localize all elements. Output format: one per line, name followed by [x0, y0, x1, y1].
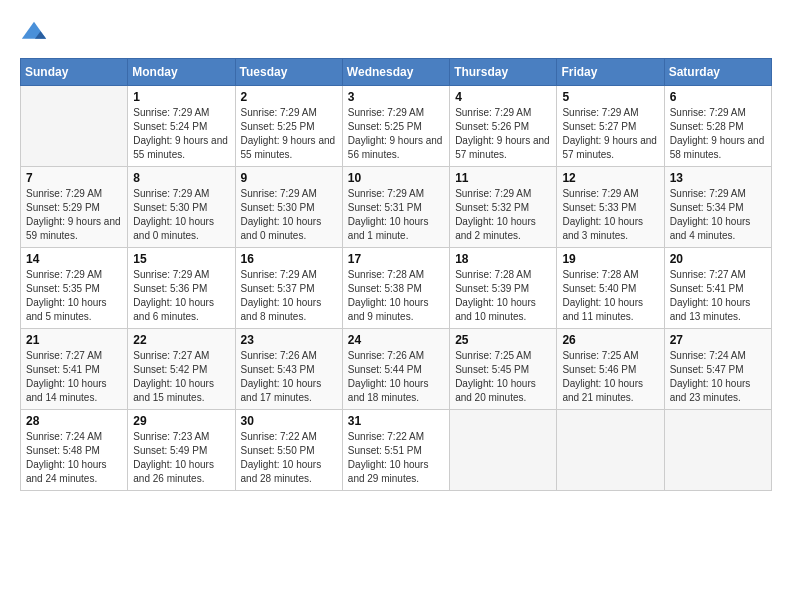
- sunrise-time: Sunrise: 7:24 AM: [670, 350, 746, 361]
- day-info: Sunrise: 7:29 AM Sunset: 5:32 PM Dayligh…: [455, 187, 551, 243]
- sunrise-time: Sunrise: 7:29 AM: [348, 188, 424, 199]
- daylight-hours: Daylight: 10 hours and 18 minutes.: [348, 378, 429, 403]
- day-number: 10: [348, 171, 444, 185]
- day-info: Sunrise: 7:29 AM Sunset: 5:24 PM Dayligh…: [133, 106, 229, 162]
- calendar-cell: [450, 410, 557, 491]
- sunset-time: Sunset: 5:27 PM: [562, 121, 636, 132]
- calendar-cell: 28 Sunrise: 7:24 AM Sunset: 5:48 PM Dayl…: [21, 410, 128, 491]
- sunset-time: Sunset: 5:42 PM: [133, 364, 207, 375]
- sunset-time: Sunset: 5:44 PM: [348, 364, 422, 375]
- sunset-time: Sunset: 5:30 PM: [133, 202, 207, 213]
- header-tuesday: Tuesday: [235, 59, 342, 86]
- day-info: Sunrise: 7:28 AM Sunset: 5:40 PM Dayligh…: [562, 268, 658, 324]
- sunset-time: Sunset: 5:41 PM: [26, 364, 100, 375]
- day-info: Sunrise: 7:29 AM Sunset: 5:26 PM Dayligh…: [455, 106, 551, 162]
- day-info: Sunrise: 7:27 AM Sunset: 5:42 PM Dayligh…: [133, 349, 229, 405]
- day-info: Sunrise: 7:29 AM Sunset: 5:30 PM Dayligh…: [133, 187, 229, 243]
- daylight-hours: Daylight: 10 hours and 4 minutes.: [670, 216, 751, 241]
- day-info: Sunrise: 7:26 AM Sunset: 5:44 PM Dayligh…: [348, 349, 444, 405]
- week-row-3: 14 Sunrise: 7:29 AM Sunset: 5:35 PM Dayl…: [21, 248, 772, 329]
- day-number: 9: [241, 171, 337, 185]
- sunrise-time: Sunrise: 7:29 AM: [133, 269, 209, 280]
- day-number: 23: [241, 333, 337, 347]
- header-friday: Friday: [557, 59, 664, 86]
- sunset-time: Sunset: 5:25 PM: [241, 121, 315, 132]
- calendar-cell: 22 Sunrise: 7:27 AM Sunset: 5:42 PM Dayl…: [128, 329, 235, 410]
- sunrise-time: Sunrise: 7:22 AM: [241, 431, 317, 442]
- calendar-cell: 13 Sunrise: 7:29 AM Sunset: 5:34 PM Dayl…: [664, 167, 771, 248]
- calendar-cell: 27 Sunrise: 7:24 AM Sunset: 5:47 PM Dayl…: [664, 329, 771, 410]
- sunset-time: Sunset: 5:24 PM: [133, 121, 207, 132]
- calendar-cell: 18 Sunrise: 7:28 AM Sunset: 5:39 PM Dayl…: [450, 248, 557, 329]
- day-info: Sunrise: 7:29 AM Sunset: 5:25 PM Dayligh…: [241, 106, 337, 162]
- day-number: 18: [455, 252, 551, 266]
- sunrise-time: Sunrise: 7:29 AM: [26, 188, 102, 199]
- day-info: Sunrise: 7:25 AM Sunset: 5:45 PM Dayligh…: [455, 349, 551, 405]
- calendar-cell: 29 Sunrise: 7:23 AM Sunset: 5:49 PM Dayl…: [128, 410, 235, 491]
- day-number: 24: [348, 333, 444, 347]
- daylight-hours: Daylight: 10 hours and 3 minutes.: [562, 216, 643, 241]
- daylight-hours: Daylight: 10 hours and 23 minutes.: [670, 378, 751, 403]
- sunrise-time: Sunrise: 7:29 AM: [241, 107, 317, 118]
- sunrise-time: Sunrise: 7:29 AM: [133, 107, 209, 118]
- calendar-cell: 9 Sunrise: 7:29 AM Sunset: 5:30 PM Dayli…: [235, 167, 342, 248]
- sunrise-time: Sunrise: 7:29 AM: [348, 107, 424, 118]
- daylight-hours: Daylight: 10 hours and 11 minutes.: [562, 297, 643, 322]
- calendar-cell: [664, 410, 771, 491]
- sunrise-time: Sunrise: 7:29 AM: [26, 269, 102, 280]
- daylight-hours: Daylight: 10 hours and 6 minutes.: [133, 297, 214, 322]
- daylight-hours: Daylight: 10 hours and 0 minutes.: [133, 216, 214, 241]
- daylight-hours: Daylight: 10 hours and 8 minutes.: [241, 297, 322, 322]
- daylight-hours: Daylight: 10 hours and 13 minutes.: [670, 297, 751, 322]
- calendar-cell: 3 Sunrise: 7:29 AM Sunset: 5:25 PM Dayli…: [342, 86, 449, 167]
- calendar-cell: 21 Sunrise: 7:27 AM Sunset: 5:41 PM Dayl…: [21, 329, 128, 410]
- day-number: 28: [26, 414, 122, 428]
- calendar-cell: 20 Sunrise: 7:27 AM Sunset: 5:41 PM Dayl…: [664, 248, 771, 329]
- calendar-cell: 7 Sunrise: 7:29 AM Sunset: 5:29 PM Dayli…: [21, 167, 128, 248]
- calendar-cell: [557, 410, 664, 491]
- sunrise-time: Sunrise: 7:28 AM: [562, 269, 638, 280]
- day-number: 3: [348, 90, 444, 104]
- daylight-hours: Daylight: 9 hours and 57 minutes.: [562, 135, 657, 160]
- daylight-hours: Daylight: 10 hours and 17 minutes.: [241, 378, 322, 403]
- sunrise-time: Sunrise: 7:29 AM: [455, 107, 531, 118]
- sunset-time: Sunset: 5:49 PM: [133, 445, 207, 456]
- calendar-cell: 19 Sunrise: 7:28 AM Sunset: 5:40 PM Dayl…: [557, 248, 664, 329]
- day-info: Sunrise: 7:26 AM Sunset: 5:43 PM Dayligh…: [241, 349, 337, 405]
- day-info: Sunrise: 7:29 AM Sunset: 5:30 PM Dayligh…: [241, 187, 337, 243]
- sunset-time: Sunset: 5:29 PM: [26, 202, 100, 213]
- sunrise-time: Sunrise: 7:29 AM: [562, 188, 638, 199]
- daylight-hours: Daylight: 10 hours and 26 minutes.: [133, 459, 214, 484]
- daylight-hours: Daylight: 9 hours and 58 minutes.: [670, 135, 765, 160]
- sunset-time: Sunset: 5:50 PM: [241, 445, 315, 456]
- day-number: 7: [26, 171, 122, 185]
- logo: [20, 20, 52, 48]
- day-number: 29: [133, 414, 229, 428]
- day-number: 31: [348, 414, 444, 428]
- calendar-cell: 2 Sunrise: 7:29 AM Sunset: 5:25 PM Dayli…: [235, 86, 342, 167]
- calendar-cell: 25 Sunrise: 7:25 AM Sunset: 5:45 PM Dayl…: [450, 329, 557, 410]
- day-info: Sunrise: 7:29 AM Sunset: 5:25 PM Dayligh…: [348, 106, 444, 162]
- sunrise-time: Sunrise: 7:29 AM: [670, 107, 746, 118]
- sunrise-time: Sunrise: 7:24 AM: [26, 431, 102, 442]
- day-number: 30: [241, 414, 337, 428]
- calendar-cell: 4 Sunrise: 7:29 AM Sunset: 5:26 PM Dayli…: [450, 86, 557, 167]
- calendar-table: SundayMondayTuesdayWednesdayThursdayFrid…: [20, 58, 772, 491]
- sunrise-time: Sunrise: 7:28 AM: [455, 269, 531, 280]
- calendar-cell: 30 Sunrise: 7:22 AM Sunset: 5:50 PM Dayl…: [235, 410, 342, 491]
- sunset-time: Sunset: 5:31 PM: [348, 202, 422, 213]
- day-number: 21: [26, 333, 122, 347]
- sunrise-time: Sunrise: 7:26 AM: [348, 350, 424, 361]
- calendar-header-row: SundayMondayTuesdayWednesdayThursdayFrid…: [21, 59, 772, 86]
- sunrise-time: Sunrise: 7:22 AM: [348, 431, 424, 442]
- sunrise-time: Sunrise: 7:29 AM: [241, 188, 317, 199]
- day-number: 8: [133, 171, 229, 185]
- sunrise-time: Sunrise: 7:27 AM: [26, 350, 102, 361]
- header-wednesday: Wednesday: [342, 59, 449, 86]
- day-info: Sunrise: 7:29 AM Sunset: 5:29 PM Dayligh…: [26, 187, 122, 243]
- day-info: Sunrise: 7:25 AM Sunset: 5:46 PM Dayligh…: [562, 349, 658, 405]
- daylight-hours: Daylight: 10 hours and 24 minutes.: [26, 459, 107, 484]
- daylight-hours: Daylight: 10 hours and 2 minutes.: [455, 216, 536, 241]
- sunset-time: Sunset: 5:41 PM: [670, 283, 744, 294]
- day-info: Sunrise: 7:29 AM Sunset: 5:31 PM Dayligh…: [348, 187, 444, 243]
